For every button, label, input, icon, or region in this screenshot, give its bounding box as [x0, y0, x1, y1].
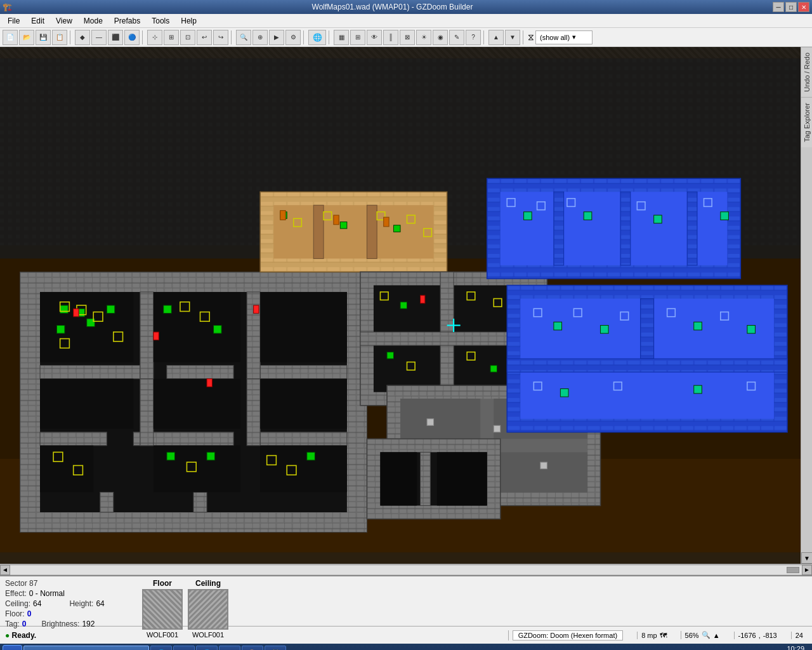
menu-item-prefabs[interactable]: Prefabs [109, 15, 145, 27]
script-btn[interactable]: ✎ [449, 30, 464, 45]
svg-rect-148 [421, 452, 431, 505]
svg-rect-82 [384, 217, 389, 227]
close-button[interactable]: ✕ [798, 2, 809, 12]
sector-effect-btn[interactable]: ⊠ [400, 30, 415, 45]
filter-dropdown[interactable]: (show all) ▾ [535, 30, 593, 44]
grid-btn[interactable]: ▦ [334, 30, 349, 45]
taskbar-app-ie2[interactable]: e [219, 646, 240, 650]
linedef-mode-button[interactable]: — [91, 30, 107, 45]
taskbar-app-gzdoom[interactable]: 🏗 WolfMaps01.wad (WMAP01) - GZD... [23, 646, 149, 650]
floor-texture-thumb[interactable] [142, 589, 183, 630]
zoom-up-btn[interactable]: ▲ [713, 632, 720, 639]
gzdoom-logo[interactable]: 🌐 [308, 30, 326, 45]
sector-mode-button[interactable]: ⬛ [108, 30, 123, 45]
svg-rect-150 [437, 452, 487, 505]
svg-rect-33 [40, 292, 133, 362]
taskbar-app-chrome[interactable]: 🌐 [196, 646, 218, 650]
tag-explorer-tab[interactable]: Tag Explorer [801, 97, 812, 147]
titlebar-controls: ─ □ ✕ [773, 2, 809, 12]
menu-item-tools[interactable]: Tools [147, 15, 174, 27]
number-segment: 24 [791, 632, 807, 639]
zoom-fit-button[interactable]: ⊕ [252, 30, 268, 45]
run-config-button[interactable]: ⚙ [285, 30, 301, 45]
minimize-button[interactable]: ─ [773, 2, 784, 12]
new-button[interactable]: 📄 [3, 30, 18, 45]
save-as-button[interactable]: 📋 [52, 30, 67, 45]
undo-redo-tab[interactable]: Undo / Redo [801, 47, 812, 97]
taskbar-app-paint[interactable]: 🎨 [242, 646, 263, 650]
down-btn[interactable]: ▼ [505, 30, 520, 45]
statusbar: Sector 87 Effect: 0 - Normal Ceiling: 64… [0, 575, 812, 626]
menu-item-view[interactable]: View [51, 15, 77, 27]
copy-button[interactable]: ⊞ [164, 30, 179, 45]
viewport-3d[interactable] [0, 47, 801, 564]
chrome-icon: 🌐 [202, 647, 212, 650]
linetype-btn[interactable]: ║ [383, 30, 398, 45]
open-button[interactable]: 📂 [19, 30, 34, 45]
ceiling-texture-thumb[interactable] [188, 589, 228, 630]
maximize-button[interactable]: □ [785, 2, 797, 12]
save-button[interactable]: 💾 [36, 30, 51, 45]
zoom-in-button[interactable]: 🔍 [236, 30, 251, 45]
bottombar: ● Ready. GZDoom: Doom (Hexen format) 8 m… [0, 626, 812, 644]
height-label: Height: [69, 599, 93, 608]
scrollbar-track[interactable] [10, 566, 802, 574]
coord-x: -1676 [738, 632, 756, 639]
menu-item-edit[interactable]: Edit [26, 15, 49, 27]
svg-rect-44 [56, 326, 65, 334]
svg-rect-114 [554, 192, 564, 265]
scroll-right-button[interactable]: ► [802, 565, 812, 575]
separator-5 [329, 30, 331, 44]
floor-value: 0 [27, 609, 32, 618]
select-button[interactable]: ⊹ [147, 30, 162, 45]
ceiling-value: 64 [33, 599, 41, 608]
thing-filter-btn[interactable]: 👁 [367, 30, 382, 45]
engine-label: GZDoom: Doom (Hexen format) [513, 630, 623, 640]
taskbar-app-media[interactable]: ▶ [173, 646, 195, 650]
svg-rect-26 [40, 432, 107, 446]
menubar: FileEditViewModePrefabsToolsHelp [0, 14, 812, 28]
redo-button[interactable]: ↪ [213, 30, 228, 45]
svg-rect-37 [154, 379, 240, 429]
taskbar-app-ie[interactable]: 🌐 [150, 646, 172, 650]
panel-toggle-button[interactable]: ▼ [801, 552, 812, 564]
coord-y: -813 [763, 632, 777, 639]
paste-button[interactable]: ⊡ [180, 30, 195, 45]
menu-item-mode[interactable]: Mode [79, 15, 108, 27]
svg-rect-36 [40, 379, 133, 429]
scroll-left-button[interactable]: ◄ [0, 565, 10, 575]
thing-mode-button[interactable]: 🔵 [124, 30, 140, 45]
menu-item-file[interactable]: File [3, 15, 25, 27]
scrollbar-thumb[interactable] [787, 567, 799, 573]
menu-item-help[interactable]: Help [176, 15, 202, 27]
floor-row: Floor: 0 [5, 609, 132, 618]
right-panel: Undo / Redo Tag Explorer ▼ [801, 47, 812, 564]
brightness-btn[interactable]: ☀ [416, 30, 431, 45]
effect-value: 0 - Normal [29, 589, 65, 598]
svg-rect-116 [687, 192, 697, 265]
separator-3 [231, 30, 233, 44]
svg-rect-71 [367, 205, 377, 258]
grid2-btn[interactable]: ⊞ [350, 30, 365, 45]
separator-4 [303, 30, 306, 44]
ready-text: Ready. [12, 631, 36, 640]
taskbar-app-doom[interactable]: 👹 [265, 646, 286, 650]
ready-circle: ● [5, 631, 10, 640]
media-icon: ▶ [179, 647, 189, 650]
svg-rect-69 [273, 205, 433, 258]
zoom-pct-btn[interactable]: ◉ [433, 30, 448, 45]
svg-rect-135 [601, 326, 609, 334]
svg-rect-125 [721, 212, 729, 220]
vertex-mode-button[interactable]: ◆ [75, 30, 90, 45]
titlebar: 🏗️ WolfMaps01.wad (WMAP01) - GZDoom Buil… [0, 0, 812, 14]
svg-rect-30 [247, 379, 260, 446]
separator-1 [70, 30, 72, 44]
horizontal-scrollbar[interactable]: ◄ ► [0, 564, 812, 575]
run-button[interactable]: ▶ [269, 30, 284, 45]
svg-rect-67 [307, 452, 315, 460]
up-btn[interactable]: ▲ [488, 30, 504, 45]
help-btn[interactable]: ? [466, 30, 481, 45]
start-button[interactable]: ⊞ [3, 645, 22, 650]
svg-rect-121 [584, 212, 592, 220]
undo-button[interactable]: ↩ [197, 30, 212, 45]
